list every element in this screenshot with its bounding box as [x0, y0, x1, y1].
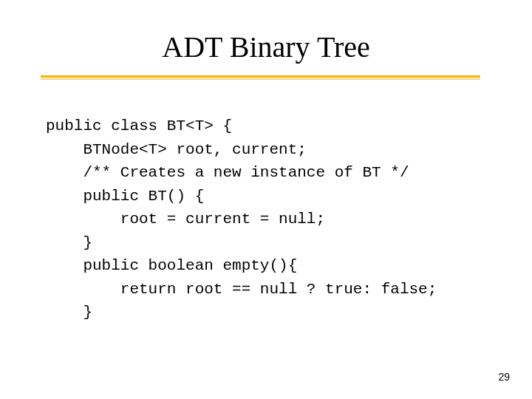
code-line: } — [46, 304, 92, 321]
code-line: public class BT<T> { — [46, 117, 232, 134]
code-block: public class BT<T> { BTNode<T> root, cur… — [46, 115, 437, 324]
slide-title: ADT Binary Tree — [0, 30, 532, 64]
code-line: public boolean empty(){ — [46, 257, 297, 274]
code-line: BTNode<T> root, current; — [46, 141, 307, 158]
code-line: /** Creates a new instance of BT */ — [46, 164, 409, 181]
code-line: public BT() { — [46, 188, 204, 205]
code-line: root = current = null; — [46, 211, 325, 228]
slide-container: ADT Binary Tree public class BT<T> { BTN… — [0, 0, 532, 399]
page-number: 29 — [498, 371, 510, 383]
code-line: } — [46, 234, 92, 251]
code-line: return root == null ? true: false; — [46, 281, 437, 298]
title-underline — [41, 75, 480, 81]
